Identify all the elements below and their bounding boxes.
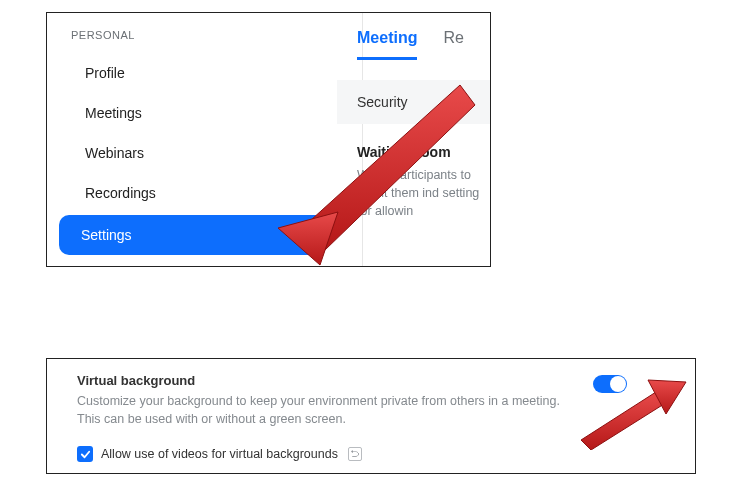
sidebar: PERSONAL Profile Meetings Webinars Recor… bbox=[47, 13, 337, 266]
virtual-background-row: Virtual background Customize your backgr… bbox=[77, 373, 627, 428]
tabs: Meeting Re bbox=[337, 29, 490, 60]
settings-panel-top: PERSONAL Profile Meetings Webinars Recor… bbox=[46, 12, 491, 267]
sidebar-item-recordings[interactable]: Recordings bbox=[59, 175, 325, 211]
allow-video-checkbox[interactable] bbox=[77, 446, 93, 462]
content-column: Meeting Re Security Waiting Room When pa… bbox=[337, 13, 490, 266]
sidebar-item-webinars[interactable]: Webinars bbox=[59, 135, 325, 171]
waiting-room-section: Waiting Room When participants to admit … bbox=[337, 124, 490, 220]
virtual-background-title: Virtual background bbox=[77, 373, 569, 388]
tab-meeting[interactable]: Meeting bbox=[357, 29, 417, 60]
sidebar-section-header: PERSONAL bbox=[71, 29, 325, 41]
tab-recording[interactable]: Re bbox=[443, 29, 463, 60]
sidebar-item-settings[interactable]: Settings bbox=[59, 215, 325, 255]
reset-icon[interactable]: ⮌ bbox=[348, 447, 362, 461]
virtual-background-desc: Customize your background to keep your e… bbox=[77, 392, 569, 428]
sidebar-item-meetings[interactable]: Meetings bbox=[59, 95, 325, 131]
subnav-security[interactable]: Security bbox=[337, 80, 490, 124]
check-icon bbox=[80, 449, 91, 460]
waiting-room-title: Waiting Room bbox=[357, 144, 484, 160]
virtual-background-toggle[interactable] bbox=[593, 375, 627, 393]
toggle-knob bbox=[610, 376, 626, 392]
allow-video-row: Allow use of videos for virtual backgrou… bbox=[77, 446, 627, 462]
allow-video-label: Allow use of videos for virtual backgrou… bbox=[101, 447, 338, 461]
virtual-background-panel: Virtual background Customize your backgr… bbox=[46, 358, 696, 474]
virtual-background-text: Virtual background Customize your backgr… bbox=[77, 373, 593, 428]
waiting-room-desc: When participants to admit them ind sett… bbox=[357, 166, 484, 220]
sidebar-item-profile[interactable]: Profile bbox=[59, 55, 325, 91]
